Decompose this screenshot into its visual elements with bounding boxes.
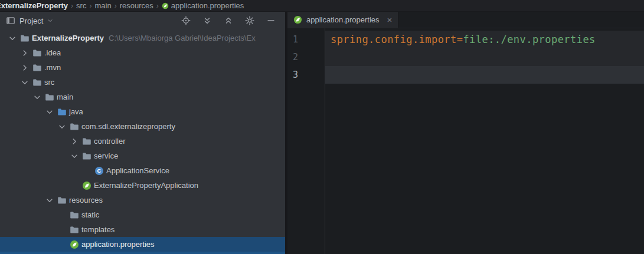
code-line-3[interactable] [325, 66, 644, 84]
item-label: ExternalizePropertyApplication [94, 181, 198, 190]
chevron-down-icon[interactable] [6, 34, 19, 42]
item-label: service [94, 151, 118, 160]
folder-icon [31, 78, 43, 87]
chevron-down-icon[interactable] [43, 196, 56, 204]
tree-item-src[interactable]: src [0, 75, 285, 90]
code-line-1[interactable]: spring.config.import=file:./env.properti… [325, 31, 644, 48]
spring-properties-icon [293, 15, 302, 24]
code-area[interactable]: spring.config.import=file:./env.properti… [325, 28, 644, 254]
chevron-down-icon[interactable] [68, 152, 81, 160]
chevron-right-icon[interactable] [18, 49, 31, 57]
expand-all-icon[interactable] [202, 16, 212, 25]
chevron-icon [55, 240, 68, 249]
package-icon [81, 137, 93, 146]
editor-pane: application.properties × 123 spring.conf… [287, 12, 644, 254]
breadcrumb-label: resources [120, 1, 153, 10]
item-label: templates [81, 225, 115, 234]
item-label: main [57, 93, 73, 101]
breadcrumb-externalizeproperty[interactable]: ExternalizeProperty [0, 1, 68, 10]
navigation-breadcrumb-bar: ExternalizeProperty›src›main›resources›a… [0, 0, 644, 12]
chevron-icon [55, 211, 68, 219]
folder-icon [44, 93, 55, 102]
panel-horizontal-scrollbar[interactable] [0, 252, 285, 254]
tree-item-.mvn[interactable]: .mvn [0, 60, 285, 75]
editor: 123 spring.config.import=file:./env.prop… [287, 28, 644, 254]
code-line-2[interactable] [325, 48, 644, 66]
item-label: static [81, 210, 99, 219]
chevron-down-icon[interactable] [43, 108, 56, 116]
project-panel-title[interactable]: Project [19, 17, 43, 25]
breadcrumb-separator: › [89, 2, 91, 10]
tree-item-externalizepropertyapplication[interactable]: ExternalizePropertyApplication [0, 178, 285, 193]
tree-item-application.properties[interactable]: application.properties [0, 237, 285, 252]
svg-text:C: C [97, 167, 102, 174]
folder-icon [68, 210, 80, 220]
breadcrumb-src[interactable]: src [76, 1, 86, 10]
chevron-right-icon[interactable] [18, 64, 31, 72]
breadcrumb-label: main [94, 1, 111, 10]
chevron-down-icon[interactable] [18, 78, 31, 87]
folder-icon [56, 196, 68, 205]
chevron-down-icon[interactable] [55, 123, 68, 131]
project-tool-window-icon[interactable] [6, 16, 15, 25]
code-segment: file:./env.properties [463, 34, 595, 45]
tree-item-com.sdl.externalizeproperty[interactable]: com.sdl.externalizeproperty [0, 119, 285, 134]
editor-gutter: 123 [287, 28, 325, 254]
breadcrumb-label: application.properties [171, 1, 244, 10]
item-label: application.properties [81, 240, 155, 249]
item-label: com.sdl.externalizeproperty [81, 122, 175, 131]
tree-item-service[interactable]: service [0, 149, 285, 163]
line-number-3: 3 [287, 66, 325, 84]
item-label: controller [94, 137, 125, 146]
project-panel-toolbar [181, 16, 276, 25]
tree-item-applicationservice[interactable]: C ApplicationService [0, 163, 285, 178]
tab-close-icon[interactable]: × [387, 15, 393, 24]
chevron-icon [80, 167, 93, 175]
main-area: Project ExternalizeProperty C:\Users\Mba… [0, 12, 644, 254]
breadcrumb-label: ExternalizeProperty [0, 1, 68, 10]
breadcrumb-label: src [76, 1, 86, 10]
source-folder-icon [56, 107, 68, 117]
chevron-right-icon[interactable] [68, 137, 81, 146]
tree-item-resources[interactable]: resources [0, 193, 285, 207]
minimize-icon[interactable] [266, 16, 276, 25]
chevron-down-icon[interactable] [31, 93, 44, 101]
folder-icon [31, 63, 43, 72]
tree-item-java[interactable]: java [0, 104, 285, 119]
breadcrumb-main[interactable]: main [94, 1, 111, 10]
project-tool-window: Project ExternalizeProperty C:\Users\Mba… [0, 12, 285, 254]
class-icon: C [93, 166, 105, 176]
item-label: .mvn [44, 63, 61, 72]
breadcrumb-application.properties[interactable]: application.properties [162, 1, 244, 10]
tree-item-controller[interactable]: controller [0, 134, 285, 149]
collapse-all-icon[interactable] [224, 16, 233, 25]
project-dropdown-chevron-icon[interactable] [47, 18, 53, 24]
breadcrumb-separator: › [156, 2, 159, 10]
package-icon [81, 151, 93, 161]
tree-item-main[interactable]: main [0, 90, 285, 104]
tree-item-static[interactable]: static [0, 207, 285, 222]
tab-label: application.properties [306, 15, 380, 24]
item-path: C:\Users\Mbaiorga Gabriel\IdeaProjects\E… [109, 34, 256, 42]
item-label: ApplicationService [106, 166, 169, 175]
folder-icon [31, 48, 43, 58]
code-segment: = [457, 34, 463, 45]
settings-gear-icon[interactable] [245, 16, 254, 25]
breadcrumb-separator: › [71, 2, 73, 10]
breadcrumb-resources[interactable]: resources [120, 1, 153, 10]
folder-icon [68, 225, 80, 235]
tab-application-properties[interactable]: application.properties × [287, 12, 398, 28]
spring-properties-icon [68, 240, 80, 249]
ide-window: ExternalizeProperty›src›main›resources›a… [0, 0, 644, 254]
line-number-2: 2 [287, 48, 325, 66]
chevron-icon [68, 182, 81, 190]
tree-item-.idea[interactable]: .idea [0, 45, 285, 60]
item-label: java [69, 107, 83, 116]
package-icon [68, 122, 80, 131]
project-folder-icon [19, 34, 31, 43]
tree-item-externalizeproperty[interactable]: ExternalizeProperty C:\Users\Mbaiorga Ga… [0, 31, 285, 45]
project-tree: ExternalizeProperty C:\Users\Mbaiorga Ga… [0, 29, 285, 252]
locate-icon[interactable] [181, 16, 191, 25]
tree-item-templates[interactable]: templates [0, 222, 285, 237]
chevron-icon [55, 226, 68, 234]
